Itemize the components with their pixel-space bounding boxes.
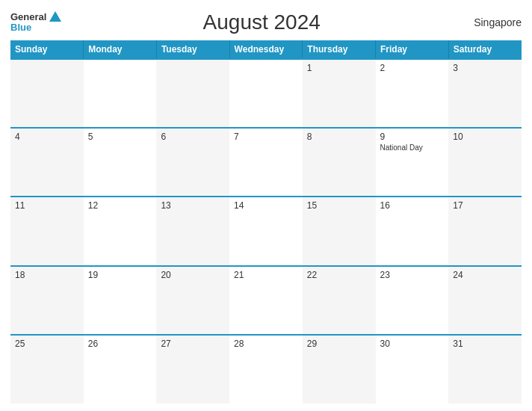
day-number: 20 <box>161 270 225 280</box>
day-number: 27 <box>161 339 225 349</box>
day-number: 2 <box>380 63 445 73</box>
calendar-cell: 21 <box>229 266 303 335</box>
header-thursday: Thursday <box>303 40 376 59</box>
day-number: 29 <box>307 339 371 349</box>
calendar-cell <box>10 59 84 128</box>
calendar-cell: 23 <box>376 266 449 335</box>
calendar-cell: 14 <box>229 197 303 265</box>
day-number: 1 <box>307 63 371 73</box>
header-monday: Monday <box>84 40 157 59</box>
event-label: National Day <box>380 143 445 152</box>
calendar-cell: 11 <box>10 197 84 265</box>
header-saturday: Saturday <box>448 40 522 59</box>
logo-text-blue: Blue <box>10 22 31 33</box>
day-number: 7 <box>234 132 298 142</box>
calendar-cell: 30 <box>376 335 449 404</box>
logo-triangle-icon <box>49 11 61 22</box>
day-number: 30 <box>380 339 445 349</box>
calendar-cell: 1 <box>303 59 376 128</box>
calendar-cell: 13 <box>156 197 229 265</box>
calendar-cell: 10 <box>448 128 522 197</box>
calendar-week-row: 25262728293031 <box>10 335 522 404</box>
calendar-cell: 27 <box>156 335 229 404</box>
day-number: 25 <box>15 339 79 349</box>
logo-text-general: General <box>10 12 46 22</box>
calendar-cell: 28 <box>229 335 303 404</box>
day-number: 26 <box>88 339 152 349</box>
day-number: 5 <box>88 132 152 142</box>
day-number: 31 <box>453 339 517 349</box>
day-number: 16 <box>380 200 445 211</box>
day-number: 9 <box>380 132 445 142</box>
calendar-week-row: 11121314151617 <box>10 197 522 265</box>
day-number: 4 <box>15 132 79 142</box>
calendar-cell: 19 <box>84 266 157 335</box>
day-number: 23 <box>380 270 445 280</box>
calendar-cell: 7 <box>229 128 303 197</box>
day-number: 6 <box>161 132 225 142</box>
day-number: 11 <box>15 200 79 211</box>
calendar-week-row: 18192021222324 <box>10 266 522 335</box>
day-number: 13 <box>161 200 225 211</box>
calendar-cell: 22 <box>303 266 376 335</box>
calendar-page: General Blue August 2024 Singapore Sunda… <box>0 0 532 411</box>
calendar-cell: 2 <box>376 59 449 128</box>
calendar-cell: 31 <box>448 335 522 404</box>
calendar-cell: 12 <box>84 197 157 265</box>
day-number: 24 <box>453 270 517 280</box>
calendar-cell: 24 <box>448 266 522 335</box>
calendar-cell: 8 <box>303 128 376 197</box>
calendar-cell: 9National Day <box>376 128 449 197</box>
header-wednesday: Wednesday <box>229 40 303 59</box>
day-number: 18 <box>15 270 79 280</box>
day-number: 19 <box>88 270 152 280</box>
day-number: 22 <box>307 270 371 280</box>
day-number: 10 <box>453 132 517 142</box>
day-number: 8 <box>307 132 371 142</box>
calendar-cell: 17 <box>448 197 522 265</box>
day-number: 12 <box>88 200 152 211</box>
calendar-cell: 15 <box>303 197 376 265</box>
calendar-table: Sunday Monday Tuesday Wednesday Thursday… <box>10 40 522 404</box>
day-number: 14 <box>234 200 298 211</box>
calendar-cell: 26 <box>84 335 157 404</box>
day-number: 3 <box>453 63 517 73</box>
calendar-cell: 6 <box>156 128 229 197</box>
calendar-cell <box>229 59 303 128</box>
calendar-cell: 29 <box>303 335 376 404</box>
header-tuesday: Tuesday <box>156 40 229 59</box>
day-number: 21 <box>234 270 298 280</box>
calendar-cell: 16 <box>376 197 449 265</box>
country-label: Singapore <box>462 16 522 28</box>
calendar-week-row: 123 <box>10 59 522 128</box>
day-number: 28 <box>234 339 298 349</box>
calendar-cell: 4 <box>10 128 84 197</box>
calendar-cell <box>156 59 229 128</box>
header: General Blue August 2024 Singapore <box>10 7 522 40</box>
calendar-cell: 3 <box>448 59 522 128</box>
calendar-cell: 18 <box>10 266 84 335</box>
day-number: 17 <box>453 200 517 211</box>
calendar-cell <box>84 59 157 128</box>
day-number: 15 <box>307 200 371 211</box>
header-sunday: Sunday <box>10 40 84 59</box>
weekday-header-row: Sunday Monday Tuesday Wednesday Thursday… <box>10 40 522 59</box>
calendar-cell: 5 <box>84 128 157 197</box>
calendar-cell: 25 <box>10 335 84 404</box>
calendar-cell: 20 <box>156 266 229 335</box>
calendar-title: August 2024 <box>61 10 462 34</box>
calendar-week-row: 456789National Day10 <box>10 128 522 197</box>
header-friday: Friday <box>376 40 449 59</box>
logo: General Blue <box>10 12 61 34</box>
